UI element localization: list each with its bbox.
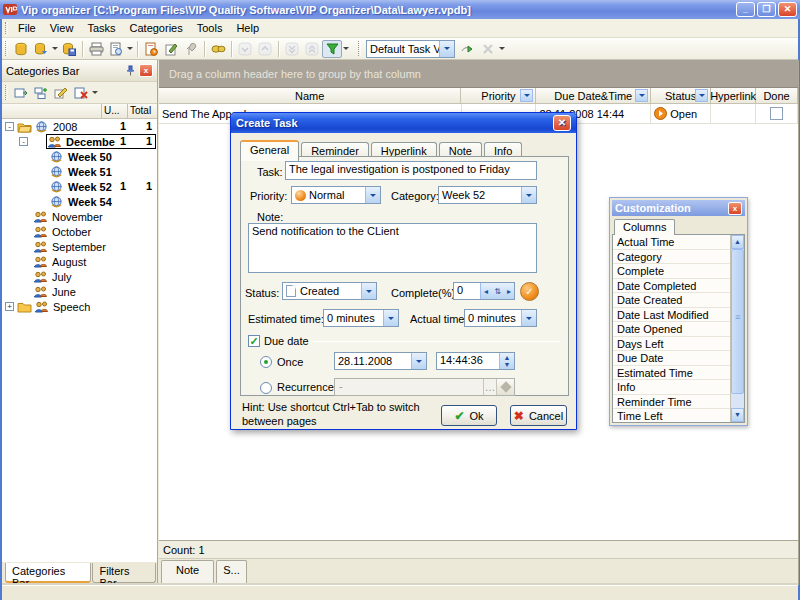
column-item-date-opened[interactable]: Date Opened	[613, 322, 730, 337]
task-view-combo[interactable]: Default Task V	[366, 40, 455, 58]
task-view-dropdown-icon[interactable]	[439, 41, 454, 57]
sidebar-close-icon[interactable]: x	[139, 64, 153, 77]
drag-task-icon[interactable]	[181, 40, 201, 58]
priority-filter-icon[interactable]	[520, 89, 533, 102]
column-header-priority[interactable]: Priority	[461, 88, 536, 103]
category-dropdown-icon[interactable]	[521, 187, 536, 203]
move-up-icon[interactable]	[255, 40, 275, 58]
sidebar-toolbar-caret[interactable]	[91, 84, 99, 102]
complete-done-icon[interactable]: ✓	[520, 282, 539, 301]
menu-view[interactable]: View	[43, 20, 81, 36]
column-header-hyperlink[interactable]: Hyperlink	[711, 88, 756, 103]
print-icon[interactable]	[86, 40, 106, 58]
once-date-dropdown-icon[interactable]	[411, 353, 426, 369]
recurrence-pattern-icon[interactable]	[496, 379, 514, 395]
menu-tasks[interactable]: Tasks	[80, 20, 122, 36]
columns-scrollbar[interactable]: ▲ ▼	[730, 235, 744, 422]
due-date-checkbox[interactable]: ✓	[248, 335, 260, 347]
actual-dropdown-icon[interactable]	[521, 310, 536, 326]
search-icon[interactable]	[208, 40, 228, 58]
priority-dropdown-icon[interactable]	[365, 187, 380, 203]
once-date-combo[interactable]: 28.11.2008	[334, 352, 427, 370]
restore-button[interactable]: ❐	[757, 2, 776, 17]
complete-value[interactable]: 0	[454, 283, 480, 299]
print-preview-caret[interactable]	[126, 40, 134, 58]
menu-file[interactable]: File	[11, 20, 43, 36]
close-button[interactable]: ✕	[778, 2, 797, 17]
customization-title-bar[interactable]: Customization x	[612, 200, 745, 216]
tree-item-june[interactable]: June	[2, 284, 157, 299]
total-column-header[interactable]: Total	[127, 104, 157, 118]
tree-item-september[interactable]: September	[2, 239, 157, 254]
scroll-thumb[interactable]	[731, 249, 744, 394]
once-time-value[interactable]: 14:44:36	[437, 353, 499, 369]
column-item-info[interactable]: Info	[613, 380, 730, 395]
move-top-icon[interactable]	[302, 40, 322, 58]
task-input[interactable]: The legal investigation is postponed to …	[285, 161, 537, 180]
status-filter-icon[interactable]	[695, 89, 708, 102]
delete-category-icon[interactable]	[71, 84, 91, 102]
dialog-tab-general[interactable]: General	[240, 140, 299, 161]
print-preview-icon[interactable]	[106, 40, 126, 58]
column-item-complete[interactable]: Complete	[613, 264, 730, 279]
tree-item-speech[interactable]: +Speech	[2, 299, 157, 314]
column-item-due-date[interactable]: Due Date	[613, 351, 730, 366]
status-dropdown-icon[interactable]	[361, 283, 376, 299]
menu-help[interactable]: Help	[229, 20, 266, 36]
once-radio[interactable]	[260, 356, 272, 368]
unread-column-header[interactable]: U...	[101, 104, 127, 118]
tree-item-week-54[interactable]: Week 54	[2, 194, 157, 209]
once-time-spinner[interactable]: 14:44:36 ▲▼	[436, 352, 515, 370]
tree-expander-icon[interactable]: -	[19, 137, 28, 146]
column-item-date-completed[interactable]: Date Completed	[613, 279, 730, 294]
column-header-name[interactable]: Name	[159, 88, 461, 103]
tree-item-october[interactable]: October	[2, 224, 157, 239]
menu-tools[interactable]: Tools	[190, 20, 230, 36]
sidebar-tab-filters-bar[interactable]: Filters Bar	[92, 563, 156, 583]
tree-item-july[interactable]: July	[2, 269, 157, 284]
column-item-days-left[interactable]: Days Left	[613, 337, 730, 352]
move-down-icon[interactable]	[235, 40, 255, 58]
column-item-estimated-time[interactable]: Estimated Time	[613, 366, 730, 381]
tree-item-week-51[interactable]: Week 51	[2, 164, 157, 179]
note-panel-tab[interactable]: Note	[161, 560, 214, 585]
column-item-time-left[interactable]: Time Left	[613, 409, 730, 423]
new-task-icon[interactable]	[141, 40, 161, 58]
column-item-date-last-modified[interactable]: Date Last Modified	[613, 308, 730, 323]
edit-category-icon[interactable]	[51, 84, 71, 102]
tree-item-august[interactable]: August	[2, 254, 157, 269]
task-hyperlink-cell[interactable]	[711, 104, 756, 123]
done-checkbox[interactable]	[770, 107, 783, 120]
column-item-category[interactable]: Category	[613, 250, 730, 265]
column-header-due[interactable]: Due Date&Time	[536, 88, 651, 103]
filter-view-caret[interactable]	[342, 40, 350, 58]
cancel-button[interactable]: ✖Cancel	[510, 405, 567, 426]
dialog-title-bar[interactable]: Create Task ✕	[231, 113, 576, 133]
column-header-done[interactable]: Done	[756, 88, 798, 103]
new-database-icon[interactable]	[11, 40, 31, 58]
column-item-actual-time[interactable]: Actual Time	[613, 235, 730, 250]
new-subcategory-icon[interactable]	[31, 84, 51, 102]
column-header-status[interactable]: Status	[651, 88, 711, 103]
save-database-icon[interactable]	[59, 40, 79, 58]
delete-view-icon[interactable]	[478, 40, 498, 58]
tree-item-november[interactable]: November	[2, 209, 157, 224]
estimated-dropdown-icon[interactable]	[383, 310, 398, 326]
s-panel-tab[interactable]: S...	[216, 560, 247, 585]
column-item-date-created[interactable]: Date Created	[613, 293, 730, 308]
actual-time-combo[interactable]: 0 minutes	[464, 309, 537, 327]
priority-combo[interactable]: Normal	[291, 186, 381, 204]
tree-item-2008[interactable]: -200811	[2, 119, 157, 134]
group-by-band[interactable]: Drag a column header here to group by th…	[159, 60, 798, 88]
category-combo[interactable]: Week 52	[438, 186, 537, 204]
estimated-time-combo[interactable]: 0 minutes	[323, 309, 399, 327]
due-filter-icon[interactable]	[635, 89, 648, 102]
minimize-button[interactable]: _	[736, 2, 755, 17]
tree-expander-icon[interactable]: +	[5, 302, 14, 311]
task-status-cell[interactable]: Open	[651, 104, 711, 123]
columns-tab[interactable]: Columns	[614, 219, 675, 235]
open-database-icon[interactable]	[31, 40, 51, 58]
customization-close-icon[interactable]: x	[728, 202, 742, 215]
scroll-up-icon[interactable]: ▲	[731, 235, 744, 249]
tree-expander-icon[interactable]: -	[5, 122, 14, 131]
